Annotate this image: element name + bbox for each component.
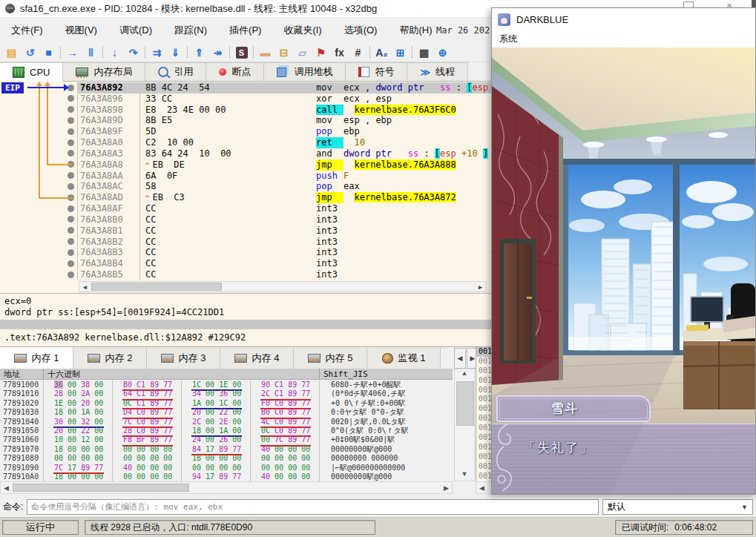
pause-icon[interactable]: ‖ [82, 45, 100, 61]
profile-dropdown[interactable]: 默认 ▼ [602, 499, 753, 515]
dump-hex-group[interactable]: 0C C0 89 77 [251, 426, 320, 435]
dump-hex-group[interactable]: 18 00 00 00 [44, 445, 113, 454]
step-over-icon[interactable]: ↷ [124, 45, 142, 61]
dump-row[interactable]: 7789103018 00 1A 00D4 C0 89 7720 00 22 0… [0, 408, 453, 417]
tab-内存 5[interactable]: 内存 5 [294, 347, 367, 369]
dump-hex-group[interactable]: 2C C1 89 77 [251, 389, 320, 398]
run-icon[interactable]: → [63, 45, 82, 61]
dump-hex-group[interactable]: 00 00 00 00 [113, 454, 182, 463]
scroll-down-icon[interactable]: ▼ [455, 470, 474, 481]
game-titlebar[interactable]: DARKBLUE [492, 8, 755, 30]
scroll-thumb[interactable] [13, 484, 189, 492]
game-window[interactable]: DARKBLUE 系统 [491, 7, 756, 495]
dump-hex-group[interactable]: 7C 17 89 77 [44, 464, 113, 472]
scylla-icon[interactable]: S [232, 45, 251, 61]
command-input[interactable] [27, 499, 599, 515]
dump-hex-group[interactable]: 10 00 12 00 [44, 435, 113, 444]
dump-hex-group[interactable]: 40 00 00 00 [251, 445, 320, 454]
dump-hex-group[interactable]: 1C 00 1E 00 [182, 380, 251, 389]
dump-row[interactable]: 7789100036 00 38 00B0 C1 89 771C 00 1E 0… [0, 380, 453, 389]
dump-hex-group[interactable]: 4C C0 89 77 [251, 418, 320, 426]
scroll-left-icon[interactable]: ◀ [476, 483, 487, 492]
dump-hscrollbar[interactable]: ◀ ▶ [0, 481, 453, 494]
open-file-icon[interactable]: ▤ [2, 45, 21, 61]
dump-hex-group[interactable]: 24 00 26 00 [182, 435, 251, 444]
menu-item-选项[interactable]: 选项(O) [333, 18, 389, 43]
dump-hex-group[interactable]: 28 C0 89 77 [113, 426, 182, 435]
tab-内存 2[interactable]: 内存 2 [73, 347, 147, 369]
dump-hex-group[interactable]: 1A 00 1C 00 [182, 399, 251, 408]
patch-icon[interactable]: ▬ [256, 45, 275, 61]
breakpoint-dot[interactable] [68, 238, 74, 245]
dump-hex-group[interactable]: 18 00 1A 00 [44, 408, 113, 417]
globe-icon[interactable]: ⊕ [433, 45, 452, 61]
stop-icon[interactable]: ■ [39, 45, 58, 61]
dump-hex-group[interactable]: 2C 00 2E 00 [182, 418, 251, 426]
tab-内存 3[interactable]: 内存 3 [147, 347, 220, 369]
dump-row[interactable]: 778910A018 00 00 0000 00 00 0094 17 89 7… [0, 472, 453, 481]
comment-icon[interactable]: ⊟ [275, 45, 293, 61]
dump-hex-group[interactable]: 30 00 32 00 [44, 418, 113, 426]
dump-hex-group[interactable]: 00 00 00 00 [113, 445, 182, 454]
dump-hex-group[interactable]: 00 00 00 00 [44, 454, 113, 463]
dump-col-encoding[interactable]: Shift_JIS [320, 369, 453, 379]
breakpoint-dot[interactable] [68, 249, 74, 256]
tab-内存布局[interactable]: 内存布局 [63, 62, 145, 81]
tab-监视 1[interactable]: 监视 1 [367, 347, 441, 369]
tab-断点[interactable]: 断点 [206, 62, 264, 81]
dump-row[interactable]: 7789105020 00 22 0028 C0 89 7718 00 1A 0… [0, 426, 453, 435]
dump-hex-group[interactable]: 1E 00 20 00 [44, 399, 113, 408]
tab-scroll-left-icon[interactable]: ◀ [454, 348, 466, 369]
scroll-up-icon[interactable]: ▲ [455, 369, 474, 380]
dump-col-hex[interactable]: 十六进制 [44, 369, 320, 379]
run-to-user-code-icon[interactable]: ↠ [208, 45, 227, 61]
dump-hex-group[interactable]: 20 00 22 00 [44, 426, 113, 435]
step-into-icon[interactable]: ↓ [105, 45, 124, 61]
font-icon[interactable]: A₂ [372, 45, 391, 61]
game-menu-item-系统[interactable]: 系统 [492, 33, 525, 45]
dump-hex-group[interactable]: 90 C1 89 77 [251, 380, 320, 389]
breakpoint-dot[interactable] [68, 205, 74, 212]
tab-调用堆栈[interactable]: 调用堆栈 [264, 62, 346, 81]
dump-row[interactable]: 7789108000 00 00 0000 00 00 0018 00 00 0… [0, 454, 453, 463]
dump-hex-group[interactable]: 18 00 00 00 [44, 472, 113, 481]
tab-内存 4[interactable]: 内存 4 [220, 347, 294, 369]
dump-hex-group[interactable]: 00 7C 89 77 [251, 435, 320, 444]
dump-hex-group[interactable]: 40 00 00 00 [113, 464, 182, 472]
tab-线程[interactable]: ≫线程 [407, 62, 468, 81]
scroll-right-icon[interactable]: ▶ [441, 483, 452, 492]
menu-item-文件[interactable]: 文件(F) [0, 18, 54, 43]
restart-icon[interactable]: ↺ [21, 45, 39, 61]
dump-hex-group[interactable]: B0 C0 89 77 [251, 408, 320, 417]
dump-hex-group[interactable]: 36 00 38 00 [44, 380, 113, 389]
breakpoint-dot[interactable] [68, 260, 74, 267]
menu-item-跟踪[interactable]: 跟踪(N) [163, 18, 218, 43]
menu-item-调试[interactable]: 调试(D) [108, 18, 163, 43]
bookmark-icon[interactable]: ⚑ [312, 45, 330, 61]
tab-引用[interactable]: 引用 [145, 62, 206, 81]
dump-hex-group[interactable]: 84 17 89 77 [182, 445, 251, 454]
breakpoint-dot[interactable] [68, 227, 74, 234]
disasm-hscrollbar[interactable]: ◀ ▶ [79, 281, 487, 292]
dump-row[interactable]: 7789101028 00 2A 0064 C1 89 7734 00 36 0… [0, 389, 453, 398]
dump-hex-group[interactable]: 0C C1 89 77 [113, 399, 182, 408]
game-viewport[interactable]: 雪斗 「失礼了」 [492, 47, 755, 494]
dump-hex-group[interactable]: 00 00 00 00 [182, 464, 251, 472]
scroll-thumb[interactable] [91, 283, 222, 291]
scroll-right-icon[interactable]: ▶ [475, 282, 486, 291]
dump-row[interactable]: 778910201E 00 20 000C C1 89 771A 00 1C 0… [0, 399, 453, 408]
menu-item-插件[interactable]: 插件(P) [218, 18, 272, 43]
dialogue-box[interactable]: 「失礼了」 [492, 424, 755, 494]
dump-hex-group[interactable]: 7C C0 89 77 [113, 418, 182, 426]
breakpoint-dot[interactable] [68, 216, 74, 223]
function-icon[interactable]: fx [330, 45, 349, 61]
dump-hex-group[interactable]: 94 17 89 77 [182, 472, 251, 481]
step-over-down-icon[interactable]: ⇓ [166, 45, 185, 61]
dump-hex-group[interactable]: D4 C0 89 77 [113, 408, 182, 417]
ordinal-icon[interactable]: # [349, 45, 367, 61]
dump-hex-group[interactable]: 28 00 2A 00 [44, 389, 113, 398]
dump-row[interactable]: 7789106010 00 12 00F8 BF 89 7724 00 26 0… [0, 435, 453, 444]
modules-icon[interactable]: ⊞ [391, 45, 410, 61]
tab-CPU[interactable]: CPU [0, 62, 63, 82]
dump-hex-group[interactable]: F0 C0 89 77 [251, 399, 320, 408]
